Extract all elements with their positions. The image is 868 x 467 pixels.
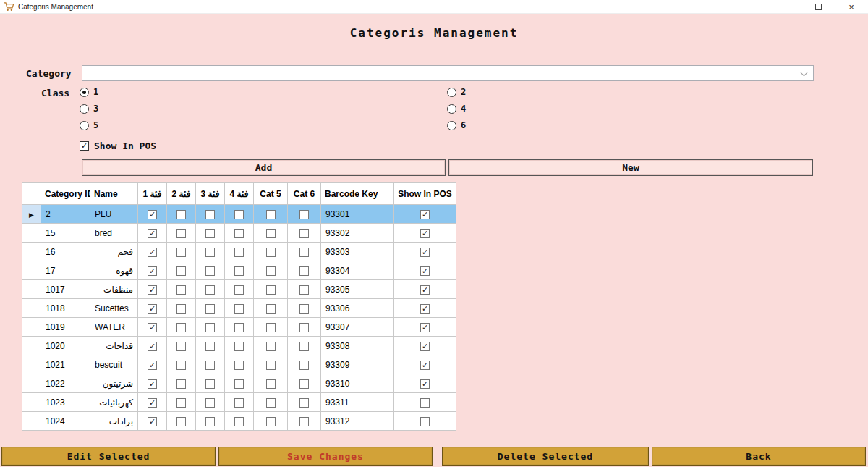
cell-cat-5[interactable]: [254, 224, 288, 243]
minimize-button[interactable]: [768, 0, 801, 13]
checkbox-unchecked-icon[interactable]: [205, 229, 215, 238]
cell-category-id[interactable]: 1024: [41, 412, 90, 431]
class-option-6[interactable]: 6: [447, 120, 592, 130]
cell-cat-1[interactable]: ✓: [138, 355, 167, 374]
checkbox-unchecked-icon[interactable]: [176, 361, 186, 370]
checkbox-unchecked-icon[interactable]: [176, 248, 186, 257]
checkbox-unchecked-icon[interactable]: [205, 342, 215, 351]
column-header-4[interactable]: فئة 2: [167, 183, 196, 205]
cell-cat-2[interactable]: [167, 355, 196, 374]
cell-cat-6[interactable]: [288, 243, 321, 261]
cell-category-id[interactable]: 1018: [41, 299, 90, 318]
row-selector[interactable]: [22, 224, 41, 243]
checkbox-unchecked-icon[interactable]: [234, 417, 244, 426]
checkbox-unchecked-icon[interactable]: [205, 285, 215, 295]
cell-cat-5[interactable]: [254, 205, 288, 224]
checkbox-unchecked-icon[interactable]: [266, 285, 276, 295]
checkbox-unchecked-icon[interactable]: [299, 248, 309, 257]
cell-name[interactable]: قداحات: [90, 337, 138, 355]
cell-cat-4[interactable]: [225, 355, 254, 374]
delete-selected-button[interactable]: Delete Selected: [442, 447, 649, 466]
cell-barcode-key[interactable]: 93309: [321, 355, 394, 374]
cell-cat-3[interactable]: [196, 224, 225, 243]
cell-category-id[interactable]: 1020: [41, 337, 90, 355]
checkbox-checked-icon[interactable]: ✓: [420, 210, 430, 219]
chevron-down-icon[interactable]: [801, 70, 808, 77]
cell-cat-6[interactable]: [288, 412, 321, 431]
cell-cat-4[interactable]: [225, 412, 254, 431]
row-selector-header[interactable]: [22, 183, 41, 205]
checkbox-unchecked-icon[interactable]: [266, 398, 276, 408]
cell-cat-5[interactable]: [254, 318, 288, 337]
cell-show-in-pos[interactable]: ✓: [394, 205, 456, 224]
table-row[interactable]: 17قهوة✓93304✓: [22, 261, 456, 280]
checkbox-unchecked-icon[interactable]: [176, 323, 186, 332]
checkbox-checked-icon[interactable]: ✓: [148, 285, 157, 295]
table-row[interactable]: 1017منظفات✓93305✓: [22, 280, 456, 299]
checkbox-checked-icon[interactable]: ✓: [420, 248, 430, 257]
checkbox-unchecked-icon[interactable]: [266, 248, 276, 257]
cell-show-in-pos[interactable]: ✓: [394, 243, 456, 261]
cell-cat-3[interactable]: [196, 299, 225, 318]
checkbox-checked-icon[interactable]: ✓: [420, 361, 430, 370]
cell-name[interactable]: كهربائيات: [90, 393, 138, 412]
checkbox-unchecked-icon[interactable]: [234, 379, 244, 389]
cell-cat-5[interactable]: [254, 243, 288, 261]
row-selector[interactable]: ▶: [22, 205, 41, 224]
cell-category-id[interactable]: 16: [41, 243, 90, 261]
column-header-6[interactable]: فئة 4: [225, 183, 254, 205]
cell-category-id[interactable]: 1023: [41, 393, 90, 412]
row-selector[interactable]: [22, 412, 41, 431]
cell-cat-1[interactable]: ✓: [138, 205, 167, 224]
cell-category-id[interactable]: 1022: [41, 374, 90, 393]
checkbox-checked-icon[interactable]: ✓: [420, 379, 430, 389]
checkbox-unchecked-icon[interactable]: [234, 266, 244, 276]
cell-name[interactable]: قهوة: [90, 261, 138, 280]
checkbox-unchecked-icon[interactable]: [299, 285, 309, 295]
cell-barcode-key[interactable]: 93311: [321, 393, 394, 412]
cell-cat-5[interactable]: [254, 280, 288, 299]
cell-name[interactable]: Sucettes: [90, 299, 138, 318]
cell-cat-2[interactable]: [167, 374, 196, 393]
restore-button[interactable]: [801, 0, 835, 13]
cell-cat-3[interactable]: [196, 355, 225, 374]
cell-cat-3[interactable]: [196, 318, 225, 337]
row-selector[interactable]: [22, 393, 41, 412]
row-selector[interactable]: [22, 243, 41, 261]
cell-name[interactable]: فحم: [90, 243, 138, 261]
save-changes-button[interactable]: Save Changes: [218, 447, 433, 466]
checkbox-checked-icon[interactable]: ✓: [148, 304, 157, 314]
cell-cat-4[interactable]: [225, 374, 254, 393]
checkbox-checked-icon[interactable]: ✓: [148, 417, 157, 426]
checkbox-checked-icon[interactable]: ✓: [148, 379, 157, 389]
checkbox-unchecked-icon[interactable]: [299, 323, 309, 332]
new-button[interactable]: New: [448, 159, 813, 176]
checkbox-unchecked-icon[interactable]: [299, 342, 309, 351]
cell-cat-2[interactable]: [167, 393, 196, 412]
cell-name[interactable]: PLU: [90, 205, 138, 224]
add-button[interactable]: Add: [82, 159, 446, 176]
row-selector[interactable]: [22, 261, 41, 280]
table-row[interactable]: 1023كهربائيات✓93311: [22, 393, 456, 412]
cell-cat-4[interactable]: [225, 393, 254, 412]
checkbox-unchecked-icon[interactable]: [205, 266, 215, 276]
class-option-3[interactable]: 3: [80, 104, 447, 114]
radio-icon[interactable]: [447, 88, 456, 97]
checkbox-unchecked-icon[interactable]: [234, 210, 244, 219]
column-header-9[interactable]: Barcode Key: [321, 183, 394, 205]
cell-cat-5[interactable]: [254, 412, 288, 431]
checkbox-unchecked-icon[interactable]: [176, 210, 186, 219]
cell-category-id[interactable]: 2: [41, 205, 90, 224]
checkbox-unchecked-icon[interactable]: [266, 266, 276, 276]
cell-cat-4[interactable]: [225, 205, 254, 224]
checkbox-checked-icon[interactable]: ✓: [148, 361, 157, 370]
cell-barcode-key[interactable]: 93307: [321, 318, 394, 337]
show-in-pos-checkbox-row[interactable]: ✓ Show In POS: [80, 140, 156, 151]
checkbox-unchecked-icon[interactable]: [176, 398, 186, 408]
cell-cat-6[interactable]: [288, 205, 321, 224]
cell-cat-4[interactable]: [225, 243, 254, 261]
class-option-1[interactable]: 1: [80, 87, 447, 97]
cell-name[interactable]: bescuit: [90, 355, 138, 374]
cell-barcode-key[interactable]: 93312: [321, 412, 394, 431]
checkbox-unchecked-icon[interactable]: [266, 361, 276, 370]
